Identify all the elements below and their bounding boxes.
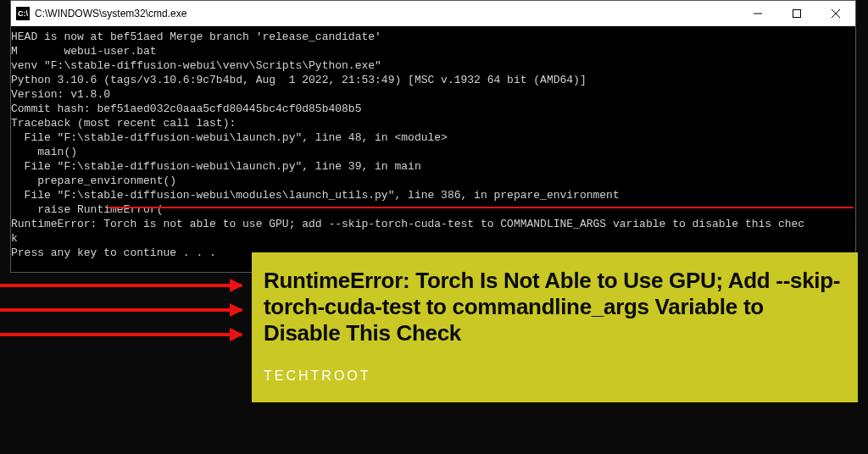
cmd-icon: C:\: [16, 7, 30, 20]
term-line: File "F:\stable-diffusion-webui\launch.p…: [11, 159, 855, 174]
minimize-button[interactable]: [738, 1, 777, 25]
term-line: File "F:\stable-diffusion-webui\modules\…: [11, 188, 855, 202]
term-line: Python 3.10.6 (tags/v3.10.6:9c7b4bd, Aug…: [11, 73, 855, 87]
term-line: Version: v1.8.0: [11, 87, 855, 102]
window-controls: [738, 1, 855, 25]
term-line: venv "F:\stable-diffusion-webui\venv\Scr…: [11, 58, 855, 73]
term-line: main(): [11, 145, 855, 159]
window-title: C:\WINDOWS\system32\cmd.exe: [35, 8, 738, 19]
titlebar[interactable]: C:\ C:\WINDOWS\system32\cmd.exe: [11, 1, 855, 26]
terminal-output[interactable]: HEAD is now at bef51aed Merge branch 're…: [11, 26, 855, 272]
term-line: M webui-user.bat: [11, 44, 855, 58]
term-line: Traceback (most recent call last):: [11, 116, 855, 130]
callout-headline: RuntimeError: Torch Is Not Able to Use G…: [264, 268, 846, 346]
cmd-window: C:\ C:\WINDOWS\system32\cmd.exe HEAD is …: [10, 0, 856, 273]
svg-rect-1: [793, 9, 801, 17]
annotation-arrows: [0, 284, 242, 357]
term-line: File "F:\stable-diffusion-webui\launch.p…: [11, 130, 855, 145]
maximize-button[interactable]: [777, 1, 816, 25]
callout-brand: TECHTROOT: [264, 368, 846, 384]
error-underline: [108, 207, 854, 208]
term-line: HEAD is now at bef51aed Merge branch 're…: [11, 30, 855, 44]
close-button[interactable]: [816, 1, 855, 25]
term-line: k: [11, 231, 855, 246]
arrow-icon: [0, 308, 242, 312]
term-line: prepare_environment(): [11, 174, 855, 188]
term-line: Commit hash: bef51aed032c0aaa5cfd80445bc…: [11, 102, 855, 116]
arrow-icon: [0, 333, 242, 336]
term-line: RuntimeError: Torch is not able to use G…: [11, 217, 855, 231]
term-line: raise RuntimeError(: [11, 202, 855, 217]
arrow-icon: [0, 284, 242, 287]
callout-box: RuntimeError: Torch Is Not Able to Use G…: [252, 252, 858, 402]
